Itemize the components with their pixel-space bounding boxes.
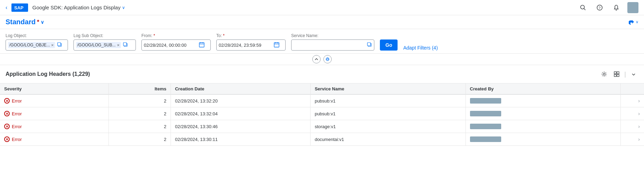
log-sub-object-input-wrap: /GOOG/LOG_SUB... ✕ [73, 39, 136, 51]
svg-rect-7 [58, 43, 61, 46]
created-by-blur-1 [470, 111, 501, 116]
col-header-created-by: Created By [465, 83, 621, 95]
svg-line-3 [584, 8, 586, 10]
log-sub-object-copy-icon[interactable] [123, 42, 128, 48]
nav-title-chevron-icon[interactable]: ∨ [122, 5, 125, 10]
col-header-arrow [621, 83, 644, 95]
cell-arrow-0[interactable]: › [621, 95, 644, 107]
to-date-input[interactable] [219, 43, 272, 48]
severity-error-1: ✕ Error [4, 111, 104, 116]
cell-items-1: 2 [108, 107, 171, 120]
top-nav: ‹ SAP Google SDK: Application Logs Displ… [0, 0, 644, 15]
svg-point-23 [603, 73, 605, 75]
pin-button[interactable] [323, 55, 332, 63]
severity-label-2: Error [12, 124, 22, 129]
log-table: Severity Items Creation Date Service Nam… [0, 83, 644, 146]
service-name-input-wrap[interactable] [291, 39, 374, 51]
service-name-input[interactable] [294, 43, 366, 48]
from-date-input[interactable] [144, 43, 198, 48]
cell-arrow-1[interactable]: › [621, 107, 644, 120]
sap-logo: SAP [11, 3, 28, 12]
table-title: Application Log Headers (1,229) [6, 71, 90, 77]
sub-nav-actions: ∨ [629, 19, 638, 25]
log-object-filter: Log Object: /GOOG/LOG_OBJE... ✕ [6, 33, 68, 51]
share-button[interactable]: ∨ [629, 19, 638, 25]
table-header-row: Severity Items Creation Date Service Nam… [0, 83, 644, 95]
svg-rect-27 [617, 74, 619, 77]
from-filter: From: * [141, 33, 211, 51]
cell-creation-date-1: 02/28/2024, 13:32:04 [171, 107, 310, 120]
error-icon-2: ✕ [4, 124, 10, 129]
settings-button[interactable] [599, 69, 609, 79]
cell-arrow-2[interactable]: › [621, 120, 644, 133]
filter-bar: Log Object: /GOOG/LOG_OBJE... ✕ Log Sub … [0, 29, 644, 54]
created-by-blur-0 [470, 98, 501, 104]
to-required: * [223, 33, 225, 38]
service-name-copy-icon[interactable] [367, 42, 372, 48]
avatar [627, 2, 638, 13]
svg-point-2 [581, 5, 584, 9]
severity-label-0: Error [12, 98, 22, 104]
log-object-copy-icon[interactable] [57, 42, 62, 48]
nav-title: Google SDK: Application Logs Display ∨ [32, 5, 573, 10]
table-row[interactable]: ✕ Error 2 02/28/2024, 13:30:11 documenta… [0, 133, 644, 146]
log-sub-object-value: /GOOG/LOG_SUB... [77, 43, 116, 47]
col-header-creation-date: Creation Date [171, 83, 310, 95]
severity-error-2: ✕ Error [4, 124, 104, 129]
back-button[interactable]: ‹ [6, 5, 7, 11]
svg-rect-25 [617, 72, 619, 74]
sub-nav: Standard* ∨ ∨ [0, 15, 644, 29]
from-date-input-wrap[interactable] [141, 39, 211, 51]
collapse-button[interactable] [312, 55, 321, 63]
adapt-filters-button[interactable]: Adapt Filters (4) [403, 45, 438, 51]
table-row[interactable]: ✕ Error 2 02/28/2024, 13:32:20 pubsub:v1… [0, 95, 644, 107]
severity-label-1: Error [12, 111, 22, 116]
to-label-text: To: [216, 33, 222, 38]
to-date-input-wrap[interactable] [216, 39, 286, 51]
to-calendar-icon[interactable] [274, 42, 279, 48]
log-sub-object-clear-icon[interactable]: ✕ [117, 43, 120, 47]
collapse-row [0, 54, 644, 65]
view-title-text: Standard [6, 18, 36, 26]
cell-items-2: 2 [108, 120, 171, 133]
table-expand-button[interactable] [629, 69, 638, 79]
from-required: * [154, 33, 155, 38]
table-section: Application Log Headers (1,229) | [0, 65, 644, 146]
created-by-blur-2 [470, 124, 501, 129]
cell-severity-1: ✕ Error [0, 107, 108, 120]
cell-created-by-0 [465, 95, 621, 107]
from-label-text: From: [141, 33, 152, 38]
view-title-chevron-icon[interactable]: ∨ [41, 19, 44, 25]
cell-severity-3: ✕ Error [0, 133, 108, 146]
cell-service-name-1: pubsub:v1 [310, 107, 465, 120]
log-object-label: Log Object: [6, 33, 68, 38]
cell-service-name-3: documentai:v1 [310, 133, 465, 146]
cell-service-name-0: pubsub:v1 [310, 95, 465, 107]
go-button[interactable]: Go [380, 39, 398, 51]
svg-rect-14 [274, 43, 279, 47]
cell-items-3: 2 [108, 133, 171, 146]
cell-arrow-3[interactable]: › [621, 133, 644, 146]
table-row[interactable]: ✕ Error 2 02/28/2024, 13:32:04 pubsub:v1… [0, 107, 644, 120]
svg-text:SAP: SAP [14, 5, 24, 10]
svg-rect-9 [123, 43, 127, 46]
table-actions-divider: | [624, 71, 626, 78]
service-name-label: Service Name: [291, 33, 374, 38]
from-calendar-icon[interactable] [199, 42, 204, 48]
log-object-clear-icon[interactable]: ✕ [51, 43, 54, 47]
error-icon-3: ✕ [4, 136, 10, 142]
svg-text:?: ? [599, 6, 601, 10]
svg-rect-10 [199, 43, 204, 47]
col-header-service-name: Service Name [310, 83, 465, 95]
help-button[interactable]: ? [594, 2, 605, 13]
col-header-items: Items [108, 83, 171, 95]
grid-layout-button[interactable] [612, 69, 621, 79]
table-row[interactable]: ✕ Error 2 02/28/2024, 13:30:46 storage:v… [0, 120, 644, 133]
cell-creation-date-3: 02/28/2024, 13:30:11 [171, 133, 310, 146]
error-icon-0: ✕ [4, 98, 10, 104]
cell-items-0: 2 [108, 95, 171, 107]
search-button[interactable] [577, 2, 589, 13]
severity-error-0: ✕ Error [4, 98, 104, 104]
notifications-button[interactable] [611, 2, 622, 13]
cell-created-by-3 [465, 133, 621, 146]
